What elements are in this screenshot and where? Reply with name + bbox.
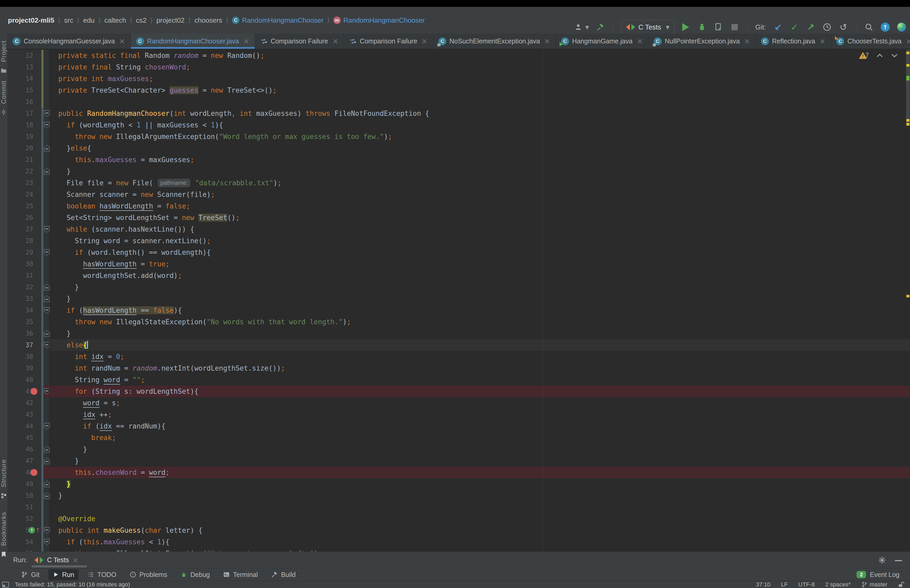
code-text[interactable]: String word = ""; xyxy=(49,374,910,386)
status-message[interactable]: Tests failed: 15, passed: 10 (16 minutes… xyxy=(15,581,130,588)
vcs-change-marker[interactable] xyxy=(41,142,44,154)
code-text[interactable]: if (word.length() == wordLength){ xyxy=(49,247,910,258)
minimize-icon[interactable]: — xyxy=(894,554,903,566)
code-text[interactable]: throw new IllegalArgumentException("Word… xyxy=(49,131,910,142)
tool-window-button-structure[interactable]: Structure xyxy=(0,459,7,499)
vcs-change-marker[interactable] xyxy=(41,316,44,328)
gutter-line-12[interactable]: 12 xyxy=(7,50,49,61)
chevron-up-icon[interactable] xyxy=(876,53,884,58)
close-icon[interactable]: × xyxy=(906,37,910,45)
code-text[interactable]: private final String chosenWord; xyxy=(49,61,910,73)
breadcrumb-item[interactable]: mRandomHangmanChooser xyxy=(333,16,425,24)
gutter-line-15[interactable]: 15 xyxy=(7,84,49,96)
vcs-change-marker[interactable] xyxy=(41,131,44,142)
run-panel-tab[interactable]: C Tests × xyxy=(34,556,78,564)
code-text[interactable]: break; xyxy=(49,432,910,444)
code-text[interactable]: else{ xyxy=(49,339,910,351)
update-project-icon[interactable]: ↙ xyxy=(773,21,783,33)
breadcrumb-item[interactable]: cs2 xyxy=(136,16,146,24)
close-icon[interactable]: × xyxy=(73,556,78,564)
gutter-line-13[interactable]: 13 xyxy=(7,61,49,73)
gutter-line-22[interactable]: 22 xyxy=(7,166,49,177)
gutter-line-49[interactable]: 49 xyxy=(7,478,49,490)
line-number[interactable]: 55 xyxy=(26,548,33,551)
code-text[interactable]: private static final Random random = new… xyxy=(49,50,910,61)
line-number[interactable]: 36 xyxy=(26,328,33,339)
code-text[interactable]: } xyxy=(49,444,910,455)
code-text[interactable]: if (this.maxGuesses < 1){ xyxy=(49,536,910,548)
status-widget-master[interactable]: master xyxy=(861,581,887,588)
vcs-change-marker[interactable] xyxy=(41,84,44,96)
tool-window-button-build[interactable]: Build xyxy=(267,569,300,580)
line-number[interactable]: 52 xyxy=(26,513,33,525)
code-text[interactable]: } xyxy=(49,328,910,339)
vcs-change-marker[interactable] xyxy=(41,96,44,108)
vcs-change-marker[interactable] xyxy=(41,455,44,467)
line-number[interactable]: 49 xyxy=(26,478,33,490)
code-text[interactable]: public RandomHangmanChooser(int wordLeng… xyxy=(49,108,910,119)
update-available-icon[interactable]: ↑ xyxy=(881,21,890,33)
vcs-change-marker[interactable] xyxy=(41,490,44,501)
code-text[interactable]: for (String s: wordLengthSet){ xyxy=(49,386,910,397)
play-icon[interactable] xyxy=(681,21,690,33)
line-number[interactable]: 50 xyxy=(26,490,33,501)
vcs-change-marker[interactable] xyxy=(41,212,44,223)
code-text[interactable]: boolean hasWordLength = false; xyxy=(49,200,910,212)
line-number[interactable]: 33 xyxy=(26,293,33,305)
vcs-change-marker[interactable] xyxy=(41,501,44,513)
line-number[interactable]: 21 xyxy=(26,154,33,166)
close-icon[interactable]: × xyxy=(819,37,826,45)
vcs-change-marker[interactable] xyxy=(41,61,44,73)
line-number[interactable]: 15 xyxy=(26,84,33,96)
tool-window-button-todo[interactable]: TODO xyxy=(83,569,121,580)
vcs-change-marker[interactable] xyxy=(41,108,44,119)
line-number[interactable]: 16 xyxy=(26,96,33,108)
status-widget-lock[interactable] xyxy=(898,581,905,588)
gutter-line-47[interactable]: 47 xyxy=(7,455,49,467)
gutter-line-19[interactable]: 19 xyxy=(7,131,49,142)
tab-consolehangmanguesser-java[interactable]: CConsoleHangmanGuesser.java× xyxy=(7,34,131,49)
tool-window-button-problems[interactable]: Problems xyxy=(125,569,172,580)
scrollbar-thumb[interactable] xyxy=(906,50,910,126)
line-number[interactable]: 42 xyxy=(26,397,33,409)
editor-scrollbar[interactable] xyxy=(906,49,910,551)
code-text[interactable]: throw new IllegalStateException("No word… xyxy=(49,316,910,328)
inspection-widget[interactable]: ! 7 xyxy=(859,52,899,59)
breadcrumb-item[interactable]: choosers xyxy=(194,16,222,24)
gutter-line-38[interactable]: 38 xyxy=(7,351,49,362)
line-number[interactable]: 28 xyxy=(26,235,33,247)
vcs-change-marker[interactable] xyxy=(41,200,44,212)
gutter-line-42[interactable]: 42 xyxy=(7,397,49,409)
code-text[interactable]: int idx = 0; xyxy=(49,351,910,362)
close-icon[interactable]: × xyxy=(544,37,550,45)
line-number[interactable]: 35 xyxy=(26,316,33,328)
breadcrumb-item[interactable]: edu xyxy=(83,16,95,24)
status-widget-2-spaces-[interactable]: 2 spaces* xyxy=(825,581,851,588)
code-text[interactable]: hasWordLength = true; xyxy=(49,258,910,270)
coverage-icon[interactable] xyxy=(714,21,723,33)
gutter-line-41[interactable]: 41 xyxy=(7,386,49,397)
breadcrumb-item[interactable]: src xyxy=(64,16,73,24)
error-stripe-mark[interactable] xyxy=(906,119,910,121)
line-number[interactable]: 19 xyxy=(26,131,33,142)
code-text[interactable]: int randNum = random.nextInt(wordLengthS… xyxy=(49,362,910,374)
tool-window-button-project[interactable]: Project xyxy=(0,40,7,74)
code-text[interactable]: if (hasWordLength == false){ xyxy=(49,305,910,316)
vcs-change-marker[interactable] xyxy=(41,386,44,397)
vcs-change-marker[interactable] xyxy=(41,247,44,258)
gutter-line-44[interactable]: 44 xyxy=(7,420,49,432)
gutter-line-48[interactable]: 48 xyxy=(7,467,49,478)
line-number[interactable]: 46 xyxy=(26,444,33,455)
error-stripe-mark[interactable] xyxy=(906,295,910,297)
code-text[interactable]: while (scanner.hasNextLine()) { xyxy=(49,223,910,235)
vcs-change-marker[interactable] xyxy=(41,444,44,455)
tool-window-toggle-icon[interactable] xyxy=(2,582,9,588)
gutter-line-26[interactable]: 26 xyxy=(7,212,49,223)
gutter-line-53[interactable]: 53↑↑ xyxy=(7,525,49,536)
gutter-line-27[interactable]: 27 xyxy=(7,223,49,235)
vcs-change-marker[interactable] xyxy=(41,270,44,281)
line-number[interactable]: 45 xyxy=(26,432,33,444)
gutter-line-24[interactable]: 24 xyxy=(7,189,49,200)
build-hammer-icon[interactable] xyxy=(596,21,605,33)
tool-window-button-run[interactable]: Run xyxy=(48,569,78,580)
